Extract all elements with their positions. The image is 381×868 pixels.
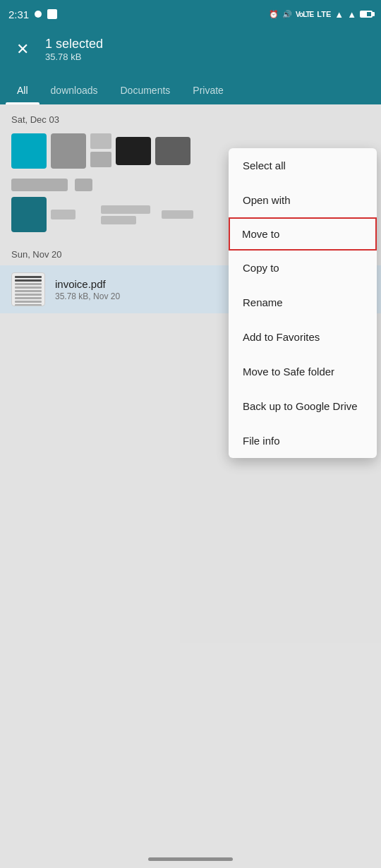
signal-icon: ▲ (334, 9, 344, 20)
context-menu[interactable]: Select all Open with Move to Copy to Ren… (229, 148, 377, 458)
tab-private[interactable]: Private (181, 76, 235, 104)
app-bar: ✕ 1 selected 35.78 kB (0, 28, 381, 71)
status-right: ⏰ 🔊 VoLTE LTE ▲ ▲ (269, 9, 373, 20)
menu-item-add-favorites[interactable]: Add to Favorites (229, 320, 377, 354)
selection-size: 35.78 kB (45, 52, 370, 62)
volume-icon: 🔊 (282, 10, 292, 19)
main-content: Sat, Dec 03 Sun, Nov 20 (0, 104, 381, 868)
menu-item-file-info[interactable]: File info (229, 423, 377, 458)
menu-item-select-all[interactable]: Select all (229, 148, 377, 183)
close-button[interactable]: ✕ (11, 38, 34, 61)
status-bar: 2:31 ⏰ 🔊 VoLTE LTE ▲ ▲ (0, 0, 381, 28)
status-square-icon (47, 9, 57, 19)
tab-all[interactable]: All (6, 76, 40, 104)
menu-item-move-to[interactable]: Move to (229, 217, 377, 251)
status-time: 2:31 (8, 8, 29, 20)
menu-item-backup-drive[interactable]: Back up to Google Drive (229, 389, 377, 423)
menu-item-rename[interactable]: Rename (229, 285, 377, 320)
selection-info: 1 selected 35.78 kB (45, 37, 370, 62)
tabs-bar: All downloads Documents Private (0, 71, 381, 104)
selection-count: 1 selected (45, 37, 370, 52)
alarm-icon: ⏰ (269, 10, 279, 19)
tab-documents[interactable]: Documents (109, 76, 182, 104)
tab-downloads[interactable]: downloads (40, 76, 109, 104)
menu-item-move-safe[interactable]: Move to Safe folder (229, 354, 377, 389)
battery-icon (360, 11, 373, 18)
status-left: 2:31 (8, 8, 57, 20)
lte-icon: LTE (317, 10, 331, 18)
menu-item-open-with[interactable]: Open with (229, 183, 377, 217)
menu-item-copy-to[interactable]: Copy to (229, 251, 377, 285)
status-dot-icon (35, 11, 42, 18)
network-icon: VoLTE (296, 11, 313, 18)
wifi-icon: ▲ (347, 9, 356, 20)
